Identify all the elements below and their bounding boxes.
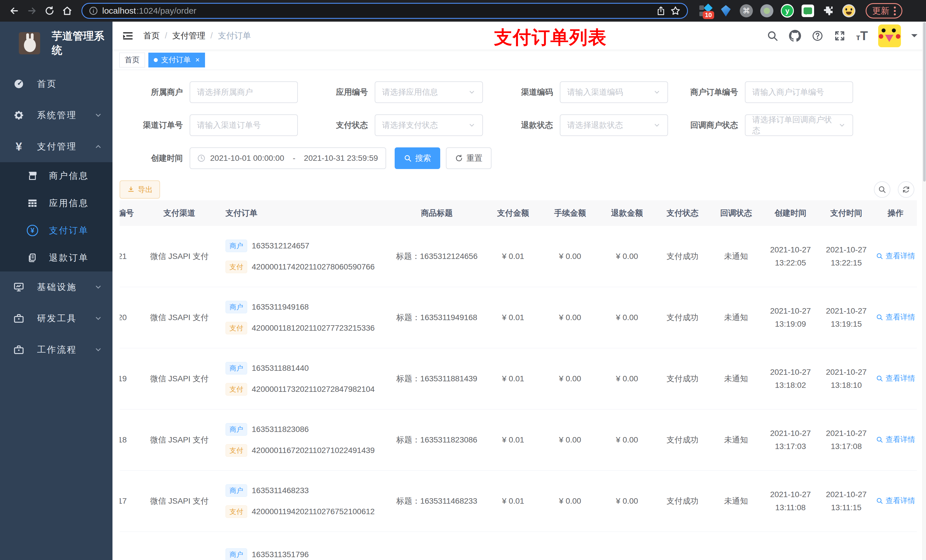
forward-icon bbox=[26, 5, 37, 16]
view-detail-link[interactable]: 查看详情 bbox=[876, 496, 915, 506]
search-button[interactable]: 搜索 bbox=[395, 147, 440, 169]
export-button[interactable]: 导出 bbox=[120, 180, 160, 199]
url-bar[interactable]: localhost :1024/pay/order bbox=[82, 3, 688, 19]
cell-created: 2021-10-2713:18:02 bbox=[763, 368, 819, 390]
search-icon bbox=[876, 375, 883, 382]
cell-amount: ¥ 0.01 bbox=[485, 497, 542, 506]
browser-home-button[interactable] bbox=[60, 3, 75, 18]
page-scrollbar[interactable] bbox=[922, 22, 926, 560]
cell-paid: 2021-10-2713:11:15 bbox=[819, 490, 874, 512]
cell-channel: 微信 JSAPI 支付 bbox=[138, 435, 221, 445]
pay-tag: 支付 bbox=[225, 506, 247, 518]
search-icon[interactable] bbox=[767, 30, 779, 42]
breadcrumb-home[interactable]: 首页 bbox=[143, 30, 160, 42]
command-extension-icon[interactable]: ⌘ bbox=[740, 4, 753, 17]
browser-reload-button[interactable] bbox=[42, 3, 57, 18]
gem-extension-icon[interactable] bbox=[719, 4, 732, 17]
sidebar-item-refund-order[interactable]: 退款订单 bbox=[0, 244, 112, 272]
cell-id: 21 bbox=[120, 252, 138, 261]
merchant-tag: 商户 bbox=[225, 240, 247, 252]
col-fee: 手续金额 bbox=[542, 208, 599, 219]
field-label: 渠道编码 bbox=[490, 87, 560, 98]
dot-extension-icon[interactable] bbox=[760, 4, 773, 17]
share-icon[interactable] bbox=[656, 6, 666, 16]
app-select[interactable]: 请选择应用信息 bbox=[375, 82, 483, 103]
notify-status-select[interactable]: 请选择订单回调商户状态 bbox=[745, 115, 853, 136]
sidebar-item-pay-order[interactable]: ¥ 支付订单 bbox=[0, 217, 112, 244]
reload-icon bbox=[44, 6, 54, 16]
sidebar-item-dev-tools[interactable]: 研发工具 bbox=[0, 303, 112, 334]
toggle-search-button[interactable] bbox=[874, 181, 890, 198]
font-size-icon[interactable]: тT bbox=[856, 29, 868, 43]
github-icon[interactable] bbox=[789, 30, 801, 42]
sidebar-item-system[interactable]: 系统管理 bbox=[0, 100, 112, 131]
y-extension-icon[interactable]: y bbox=[781, 4, 794, 17]
sidebar-item-merchant-info[interactable]: 商户信息 bbox=[0, 162, 112, 190]
help-icon[interactable] bbox=[811, 30, 823, 42]
yen-circle-icon: ¥ bbox=[26, 225, 39, 236]
puzzle-extensions-icon[interactable] bbox=[822, 4, 835, 17]
gear-icon bbox=[12, 110, 25, 121]
tag-home[interactable]: 首页 bbox=[119, 53, 145, 68]
cell-refund: ¥ 0.00 bbox=[599, 497, 655, 506]
channel-code-select[interactable]: 请输入渠道编码 bbox=[560, 82, 668, 103]
pixel-extension-icon[interactable]: 10 bbox=[699, 4, 712, 17]
refresh-table-button[interactable] bbox=[898, 181, 914, 198]
sidebar-item-workflow[interactable]: 工作流程 bbox=[0, 334, 112, 365]
cell-status: 支付成功 bbox=[655, 373, 710, 384]
scrollbar-thumb[interactable] bbox=[923, 22, 926, 181]
cell-refund: ¥ 0.00 bbox=[599, 435, 655, 444]
pay-status-select[interactable]: 请选择支付状态 bbox=[375, 115, 483, 136]
sidebar-item-infrastructure[interactable]: 基础设施 bbox=[0, 272, 112, 303]
filter-row-3: 创建时间 2021-10-01 00:00:00 - 2021-10-31 23… bbox=[120, 147, 919, 169]
refund-status-select[interactable]: 请选择退款状态 bbox=[560, 115, 668, 136]
browser-forward-button[interactable] bbox=[24, 3, 39, 18]
kebab-menu-icon bbox=[894, 6, 896, 15]
orders-table: 编号 支付渠道 支付订单 商品标题 支付金额 手续金额 退款金额 支付状态 回调… bbox=[120, 200, 917, 560]
table-row: 18 微信 JSAPI 支付 商户1635311823086 支付4200001… bbox=[120, 409, 917, 471]
cell-fee: ¥ 0.00 bbox=[542, 374, 599, 383]
view-detail-link[interactable]: 查看详情 bbox=[876, 435, 915, 444]
chat-extension-icon[interactable] bbox=[801, 4, 814, 17]
breadcrumb-payment[interactable]: 支付管理 bbox=[172, 30, 205, 42]
cell-actions: 查看详情 bbox=[874, 373, 917, 384]
cell-paid: 2021-10-2713:17:08 bbox=[819, 429, 874, 451]
reset-button[interactable]: 重置 bbox=[446, 147, 492, 169]
fullscreen-icon[interactable] bbox=[834, 30, 846, 42]
annotation-title: 支付订单列表 bbox=[494, 25, 607, 50]
view-detail-link[interactable]: 查看详情 bbox=[876, 251, 915, 261]
sidebar-item-app-info[interactable]: 应用信息 bbox=[0, 190, 112, 217]
chevron-down-icon bbox=[838, 122, 846, 129]
cell-fee: ¥ 0.00 bbox=[542, 252, 599, 261]
col-id: 编号 bbox=[120, 208, 138, 219]
cell-notify: 未通知 bbox=[710, 435, 763, 445]
cell-status: 支付成功 bbox=[655, 496, 710, 507]
sidebar-toggle-button[interactable] bbox=[122, 30, 134, 42]
avatar-caret-icon[interactable] bbox=[911, 34, 917, 41]
merchant-select[interactable]: 请选择所属商户 bbox=[190, 82, 298, 103]
view-detail-link[interactable]: 查看详情 bbox=[876, 312, 915, 322]
url-host: localhost bbox=[102, 6, 136, 16]
page-content: 所属商户 请选择所属商户 应用编号 请选择应用信息 渠道编码 请输入渠道编码 商… bbox=[112, 70, 926, 560]
browser-update-menu[interactable]: 更新 bbox=[865, 3, 902, 18]
view-detail-link[interactable]: 查看详情 bbox=[876, 373, 915, 383]
update-label: 更新 bbox=[872, 5, 889, 17]
monitor-icon bbox=[12, 281, 25, 293]
cell-paid: 2021-10-2713:19:15 bbox=[819, 306, 874, 329]
create-time-range-picker[interactable]: 2021-10-01 00:00:00 - 2021-10-31 23:59:5… bbox=[190, 147, 386, 169]
cell-title: 标题：1635311468233 bbox=[389, 496, 485, 507]
sidebar-item-payment[interactable]: ¥ 支付管理 bbox=[0, 131, 112, 162]
profile-avatar-icon[interactable] bbox=[842, 4, 855, 17]
field-label: 回调商户状态 bbox=[675, 120, 745, 131]
sidebar-item-home[interactable]: 首页 bbox=[0, 68, 112, 100]
tag-close-icon[interactable]: × bbox=[195, 56, 200, 64]
bookmark-star-icon[interactable] bbox=[670, 5, 681, 16]
merchant-order-no-input[interactable]: 请输入商户订单编号 bbox=[745, 82, 853, 103]
table-row: 17 微信 JSAPI 支付 商户1635311468233 支付4200001… bbox=[120, 471, 917, 532]
channel-order-no-input[interactable]: 请输入渠道订单号 bbox=[190, 115, 298, 136]
tag-pay-order[interactable]: 支付订单 × bbox=[148, 53, 205, 68]
col-status: 支付状态 bbox=[655, 208, 710, 219]
browser-back-button[interactable] bbox=[7, 3, 22, 18]
cell-id: 18 bbox=[120, 435, 138, 444]
user-avatar[interactable] bbox=[878, 24, 901, 47]
